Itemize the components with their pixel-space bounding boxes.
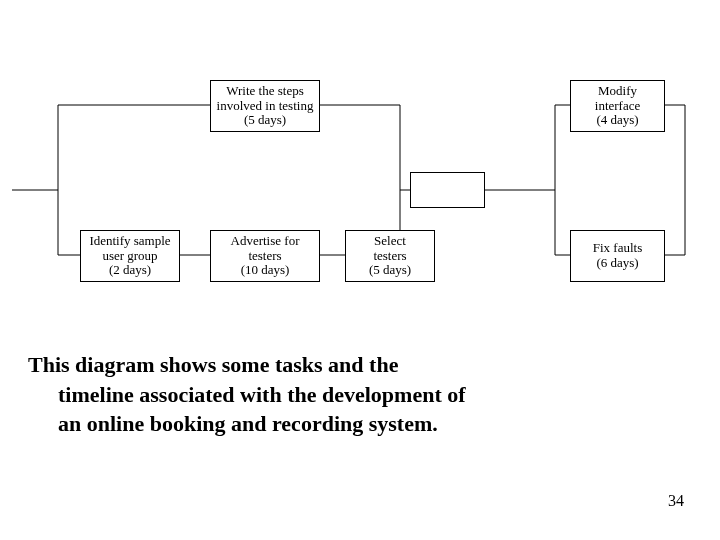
task-duration: (2 days) [109, 263, 151, 278]
caption-line: timeline associated with the development… [28, 380, 692, 410]
task-label: Advertise for [231, 234, 300, 249]
task-label: Write the steps [226, 84, 303, 99]
task-label: testers [373, 249, 406, 264]
task-identify-group: Identify sample user group (2 days) [80, 230, 180, 282]
task-blank [410, 172, 485, 208]
task-label: user group [102, 249, 157, 264]
task-label: involved in testing [217, 99, 314, 114]
task-duration: (10 days) [241, 263, 290, 278]
task-label: Identify sample [89, 234, 170, 249]
task-advertise: Advertise for testers (10 days) [210, 230, 320, 282]
task-fix-faults: Fix faults (6 days) [570, 230, 665, 282]
slide: Write the steps involved in testing (5 d… [0, 0, 720, 540]
caption-line: This diagram shows some tasks and the [28, 352, 398, 377]
task-duration: (4 days) [596, 113, 638, 128]
task-label: Modify [598, 84, 637, 99]
task-duration: (6 days) [596, 256, 638, 271]
task-write-steps: Write the steps involved in testing (5 d… [210, 80, 320, 132]
caption-line: an online booking and recording system. [28, 409, 692, 439]
task-modify-interface: Modify interface (4 days) [570, 80, 665, 132]
task-label: Select [374, 234, 406, 249]
task-duration: (5 days) [369, 263, 411, 278]
caption-text: This diagram shows some tasks and the ti… [28, 350, 692, 439]
task-label: interface [595, 99, 640, 114]
task-label: Fix faults [593, 241, 642, 256]
task-label: testers [248, 249, 281, 264]
task-select-testers: Select testers (5 days) [345, 230, 435, 282]
task-duration: (5 days) [244, 113, 286, 128]
page-number: 34 [668, 492, 684, 510]
